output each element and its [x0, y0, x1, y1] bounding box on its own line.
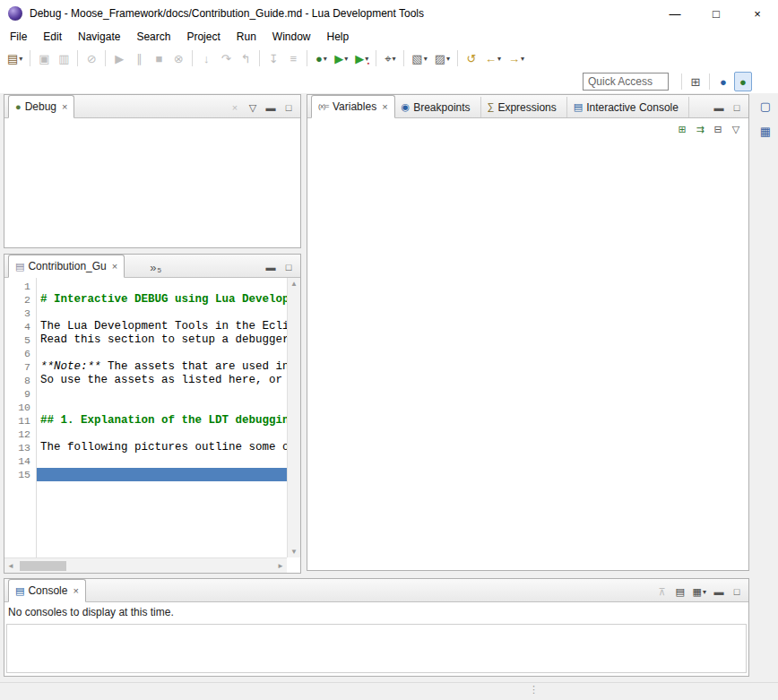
use-step-filters-button[interactable]: ≡: [284, 48, 302, 68]
new-dropdown-icon[interactable]: ▾: [19, 55, 22, 63]
editor-line[interactable]: # Interactive DEBUG using Lua Develop: [37, 293, 287, 307]
editor-line[interactable]: [37, 428, 287, 441]
minimize-debug-view-button[interactable]: ▬: [263, 99, 279, 116]
maximize-variables-view-button[interactable]: □: [729, 99, 745, 116]
variables-view-menu-button[interactable]: ▽: [728, 121, 744, 137]
perspective-debug-button[interactable]: ●: [734, 72, 752, 91]
tab-interactive-console[interactable]: ▤Interactive Console: [567, 97, 689, 117]
scroll-up-icon[interactable]: ▲: [290, 280, 298, 288]
editor-line[interactable]: ## 1. Explanation of the LDT debuggin: [37, 414, 287, 428]
skip-all-breakpoints-button[interactable]: ⊘: [82, 48, 100, 68]
save-button[interactable]: ▣: [35, 48, 53, 68]
forward-button[interactable]: →▾: [506, 48, 527, 68]
editor-line[interactable]: [37, 454, 287, 468]
terminate-button[interactable]: ■: [150, 48, 168, 68]
run-dropdown-icon[interactable]: ▾: [344, 55, 348, 63]
tab-expressions[interactable]: ∑Expressions: [481, 97, 567, 117]
menu-window[interactable]: Window: [264, 28, 319, 46]
menu-search[interactable]: Search: [128, 28, 178, 46]
scrollbar-thumb[interactable]: [20, 561, 66, 571]
menu-file[interactable]: File: [2, 28, 35, 46]
minimize-editor-button[interactable]: ▬: [263, 259, 279, 275]
maximize-editor-button[interactable]: □: [281, 259, 297, 275]
back-button[interactable]: ←▾: [482, 48, 504, 68]
search-button[interactable]: ⌖▾: [381, 48, 399, 68]
run-button[interactable]: ▶▾: [332, 48, 350, 68]
display-selected-console-button[interactable]: ▤: [672, 583, 688, 600]
editor-line[interactable]: Read this section to setup a debugger: [37, 333, 287, 347]
scroll-left-icon[interactable]: ◄: [7, 562, 14, 570]
show-type-names-button[interactable]: ⊞: [674, 121, 690, 137]
tab-close-icon[interactable]: ×: [73, 585, 78, 596]
external-tools-button[interactable]: ▶▪▾: [352, 48, 371, 68]
disconnect-button[interactable]: ⊗: [169, 48, 187, 68]
editor-vertical-scrollbar[interactable]: ▲ ▼: [287, 278, 300, 557]
step-return-button[interactable]: ↰: [237, 48, 255, 68]
editor-horizontal-scrollbar[interactable]: ◄ ►: [4, 557, 287, 573]
new-wizard-button[interactable]: ▧▾: [409, 48, 429, 68]
minimize-button[interactable]: —: [654, 0, 696, 27]
open-element-button[interactable]: ▨▾: [432, 48, 453, 68]
open-console-button[interactable]: ▦▾: [690, 583, 709, 600]
new-button[interactable]: ▤▾: [4, 48, 25, 68]
tab-breakpoints[interactable]: ◉Breakpoints: [395, 97, 481, 117]
collapse-all-button[interactable]: ⊟: [710, 121, 726, 137]
code-area[interactable]: # Interactive DEBUG using Lua DevelopThe…: [37, 278, 287, 557]
scroll-down-icon[interactable]: ▼: [290, 548, 298, 556]
open-element-dropdown-icon[interactable]: ▾: [446, 55, 450, 63]
editor-line[interactable]: So use the assets as listed here, or: [37, 374, 287, 387]
menu-edit[interactable]: Edit: [35, 28, 70, 46]
editor-content[interactable]: 123456789101112131415 # Interactive DEBU…: [4, 278, 287, 557]
console-text-area[interactable]: [6, 624, 747, 673]
menu-project[interactable]: Project: [178, 28, 228, 46]
editor-line[interactable]: **Note:** The assets that are used in: [37, 360, 287, 374]
perspective-lua-button[interactable]: ●: [714, 72, 732, 91]
show-logical-structure-button[interactable]: ⇉: [692, 121, 708, 137]
editor-line[interactable]: The following pictures outline some o: [37, 441, 287, 454]
scroll-right-icon[interactable]: ►: [277, 562, 284, 570]
minimized-view-button[interactable]: ▦: [756, 122, 774, 140]
open-console-dropdown-icon[interactable]: ▾: [703, 588, 706, 596]
editor-line[interactable]: [37, 468, 287, 481]
open-perspective-button[interactable]: ⊞: [687, 72, 705, 91]
back-dropdown-icon[interactable]: ▾: [497, 55, 501, 63]
minimize-variables-view-button[interactable]: ▬: [711, 99, 727, 116]
remove-all-terminated-button[interactable]: ×: [227, 99, 243, 116]
trim-drag-handle[interactable]: ⋮: [529, 684, 539, 696]
close-button[interactable]: ×: [737, 0, 778, 27]
tab-variables[interactable]: (x)=Variables×: [311, 95, 395, 118]
tab-close-icon[interactable]: ×: [62, 101, 67, 112]
maximize-button[interactable]: □: [696, 0, 737, 27]
new-wizard-dropdown-icon[interactable]: ▾: [424, 55, 428, 63]
tab-close-icon[interactable]: ×: [112, 261, 117, 272]
editor-line[interactable]: [37, 307, 287, 320]
forward-dropdown-icon[interactable]: ▾: [521, 55, 524, 63]
save-all-button[interactable]: ▥: [55, 48, 73, 68]
tab-debug[interactable]: ● Debug ×: [8, 95, 74, 118]
suspend-button[interactable]: ∥: [130, 48, 148, 68]
editor-line[interactable]: The Lua Development Tools in the Ecli: [37, 320, 287, 333]
drop-to-frame-button[interactable]: ↧: [264, 48, 282, 68]
minimize-console-view-button[interactable]: ▬: [711, 583, 727, 600]
editor-line[interactable]: [37, 347, 287, 360]
tab-contribution-guide[interactable]: ▤ Contribution_Gu ×: [8, 255, 125, 278]
menu-run[interactable]: Run: [229, 28, 264, 46]
debug-dropdown-icon[interactable]: ▾: [324, 55, 327, 63]
editor-line[interactable]: [37, 401, 287, 414]
maximize-console-view-button[interactable]: □: [729, 583, 745, 600]
pin-console-button[interactable]: ⊼: [654, 583, 670, 600]
debug-view-menu-button[interactable]: ▽: [245, 99, 261, 116]
maximize-debug-view-button[interactable]: □: [281, 99, 297, 116]
menu-navigate[interactable]: Navigate: [70, 28, 128, 46]
quick-access-input[interactable]: Quick Access: [583, 73, 669, 91]
step-into-button[interactable]: ↓: [197, 48, 215, 68]
editor-line[interactable]: [37, 387, 287, 401]
search-dropdown-icon[interactable]: ▾: [393, 55, 396, 63]
debug-button[interactable]: ●▾: [312, 48, 330, 68]
tab-console[interactable]: ▤ Console ×: [8, 579, 86, 602]
editor-tab-overflow-chevron[interactable]: » 5: [150, 262, 161, 277]
step-over-button[interactable]: ↷: [217, 48, 235, 68]
tab-close-icon[interactable]: ×: [382, 101, 387, 112]
editor-line[interactable]: [37, 280, 287, 293]
resume-button[interactable]: ▶: [110, 48, 128, 68]
